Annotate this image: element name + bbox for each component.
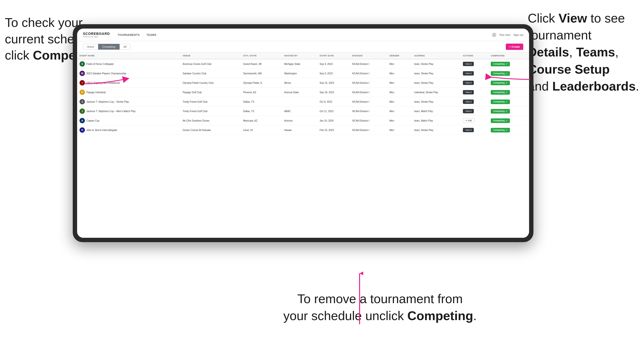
competing-badge[interactable]: Competing ✓ [491,118,510,123]
event-name-cell: ACopper Cup [77,116,180,125]
competing-cell: Competing ✓ [488,88,529,97]
nav-teams[interactable]: TEAMS [146,33,156,36]
scoring-cell: team, Stroke Play [412,69,460,78]
table-row: ACopper CupAk-Chin Southern DunesMaricop… [77,116,529,125]
event-name-cell: HJohn A. Burns Intercollegiate [77,125,180,135]
venue-cell: Ocean Course At Hokuala [180,125,241,135]
action-cell: ✏ Edit [460,116,488,125]
tournaments-table: EVENT NAME VENUE CITY, STATE HOSTED BY S… [77,52,529,135]
col-hosted-by: HOSTED BY [282,52,317,59]
hosted-by-cell: Hawaii [282,125,317,135]
venue-cell: Papago Golf Club [180,88,241,97]
scoring-cell: team, Match Play [412,116,460,125]
gender-cell: Men [387,88,412,97]
division-cell: NCAA Division I [350,88,387,97]
view-button[interactable]: View ℹ [463,90,474,94]
division-cell: NCAA Division I [350,59,387,69]
hosted-by-cell: Illinois [282,78,317,88]
gender-cell: Men [387,69,412,78]
city-state-cell: Lihue, HI [241,125,282,135]
start-date-cell: Sep 15, 2023 [317,78,350,88]
col-division: DIVISION [350,52,387,59]
header-right: Test User Sign out [492,33,523,37]
gender-cell: Men [387,125,412,135]
competing-badge[interactable]: Competing ✓ [491,62,510,66]
gender-cell: Men [387,59,412,69]
annotation-bottom: To remove a tournament from your schedul… [283,290,477,324]
logo-subtitle: Powered by clippi [83,36,110,38]
start-date-cell: Oct 9, 2023 [317,97,350,107]
user-label: Test User [499,33,510,36]
scoring-cell: individual, Stroke Play [412,88,460,97]
division-cell: NCAA Division I [350,69,387,78]
view-button[interactable]: View ℹ [463,71,474,76]
sub-header: Home Competing All + Create [77,41,529,52]
action-cell: View ℹ [460,88,488,97]
tab-home[interactable]: Home [83,44,98,50]
start-date-cell: Jan 14, 2024 [317,116,350,125]
nav-tournaments[interactable]: TOURNAMENTS [118,33,140,36]
arrow-right-view [484,67,532,87]
table-row: W2023 Sahalee Players ChampionshipSahale… [77,69,529,78]
annotation-top-right: Click View to see tournament Details, Te… [528,10,639,95]
event-name-cell: SFolds of Honor Collegiate [77,59,180,69]
view-button[interactable]: View ℹ [463,100,474,104]
competing-badge[interactable]: Competing ✓ [491,90,510,95]
city-state-cell: Phoenix, AZ [241,88,282,97]
edit-button[interactable]: ✏ Edit [463,118,474,123]
col-venue: VENUE [180,52,241,59]
action-cell: View ℹ [460,97,488,107]
division-cell: NCAA Division I [350,116,387,125]
competing-badge[interactable]: Competing ✓ [491,109,510,114]
start-date-cell: Oct 11, 2023 [317,107,350,116]
create-button[interactable]: + Create [506,44,523,50]
hosted-by-cell [282,97,317,107]
table-row: JJackson T. Stephens Cup – Men's Match P… [77,107,529,116]
scoreboard-logo: SCOREBOARD Powered by clippi [83,32,110,38]
hosted-by-cell: Arizona [282,116,317,125]
gender-cell: Men [387,78,412,88]
view-button[interactable]: View ℹ [463,81,474,85]
tab-group: Home Competing All [83,44,131,50]
scoring-cell: team, Stroke Play [412,125,460,135]
view-button[interactable]: View ℹ [463,128,474,132]
city-state-cell: Olympia Fields, IL [241,78,282,88]
tab-all[interactable]: All [120,44,131,50]
city-state-cell: Sammamish, WA [241,69,282,78]
tab-competing[interactable]: Competing [98,44,119,50]
tablet-frame: SCOREBOARD Powered by clippi TOURNAMENTS… [73,24,534,242]
app-header: SCOREBOARD Powered by clippi TOURNAMENTS… [77,28,529,41]
scoring-cell: team, Match Play [412,107,460,116]
venue-cell: Olympia Fields Country Club [180,78,241,88]
venue-cell: Sahalee Country Club [180,69,241,78]
scoring-cell: team, Stroke Play [412,78,460,88]
competing-cell: Competing ✓ [488,107,529,116]
venue-cell: American Dunes Golf Club [180,59,241,69]
scoring-cell: team, Stroke Play [412,59,460,69]
hosted-by-cell: Michigan State [282,59,317,69]
division-cell: NCAA Division I [350,125,387,135]
col-city-state: CITY, STATE [241,52,282,59]
view-button[interactable]: View ℹ [463,109,474,113]
competing-badge[interactable]: Competing ✓ [491,128,510,133]
arrow-bottom-competing [356,271,363,324]
col-competing: COMPETING [488,52,529,59]
competing-cell: Competing ✓ [488,97,529,107]
tablet-screen: SCOREBOARD Powered by clippi TOURNAMENTS… [77,28,529,238]
col-actions: ACTIONS [460,52,488,59]
action-cell: View ℹ [460,107,488,116]
division-cell: NCAA Division I [350,107,387,116]
division-cell: NCAA Division I [350,78,387,88]
city-state-cell: Grand Haven, MI [241,59,282,69]
start-date-cell: Sep 9, 2023 [317,69,350,78]
col-start-date: START DATE [317,52,350,59]
table-row: IOFCC Fighting Illini InvitationalOlympi… [77,78,529,88]
city-state-cell: Maricopa, AZ [241,116,282,125]
sign-out-link[interactable]: Sign out [514,33,523,36]
event-name-cell: PPapago Individual [77,88,180,97]
table-header-row: EVENT NAME VENUE CITY, STATE HOSTED BY S… [77,52,529,59]
scoring-cell: team, Stroke Play [412,97,460,107]
view-button[interactable]: View ℹ [463,62,474,66]
table-row: SFolds of Honor CollegiateAmerican Dunes… [77,59,529,69]
competing-badge[interactable]: Competing ✓ [491,100,510,104]
